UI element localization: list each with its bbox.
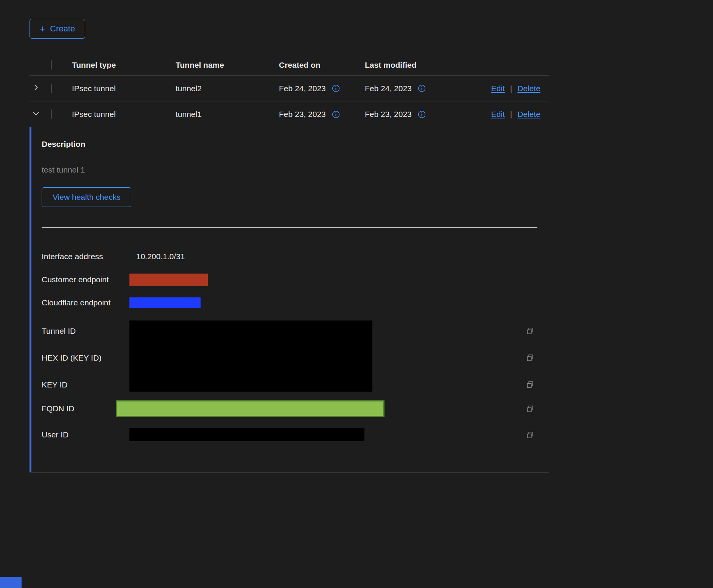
table-row: IPsec tunnel tunnel1 Feb 23, 2023 Feb 23… — [30, 101, 549, 127]
col-header-last-modified: Last modified — [365, 61, 549, 70]
copy-icon[interactable] — [526, 353, 534, 362]
last-modified-value: Feb 24, 2023 — [365, 84, 412, 93]
user-id-label: User ID — [42, 430, 129, 439]
user-id-redacted-value — [129, 428, 364, 441]
field-row-interface-address: Interface address 10.200.1.0/31 — [42, 248, 549, 265]
copy-icon[interactable] — [526, 431, 534, 439]
delete-link[interactable]: Delete — [517, 110, 540, 119]
chevron-down-icon — [32, 109, 40, 120]
fqdn-id-redacted-value — [116, 400, 385, 417]
expand-row-button[interactable] — [30, 83, 46, 93]
plus-icon: + — [40, 24, 45, 34]
field-row-user-id: User ID — [42, 426, 549, 443]
tunnel-name-value: tunnel1 — [176, 110, 279, 119]
cloudflare-endpoint-redacted-value — [129, 297, 201, 308]
table-header-row: Tunnel type Tunnel name Created on Last … — [30, 54, 549, 76]
field-group-ids: Tunnel ID HEX ID (KEY ID) KEY ID — [42, 317, 549, 398]
field-row-customer-endpoint: Customer endpoint — [42, 271, 549, 288]
key-id-label: KEY ID — [42, 380, 129, 389]
created-on-value: Feb 23, 2023 — [279, 110, 326, 119]
action-separator: | — [510, 110, 512, 119]
customer-endpoint-label: Customer endpoint — [42, 275, 129, 284]
select-all-checkbox[interactable] — [51, 60, 51, 70]
row-checkbox[interactable] — [51, 84, 51, 93]
collapse-row-button[interactable] — [30, 109, 46, 120]
field-row-fqdn-id: FQDN ID — [42, 400, 549, 417]
tunnel-detail-panel: Description test tunnel 1 View health ch… — [30, 127, 549, 473]
chevron-right-icon — [32, 83, 40, 93]
created-on-value: Feb 24, 2023 — [279, 84, 326, 93]
field-row-cloudflare-endpoint: Cloudflare endpoint — [42, 294, 549, 311]
ids-redacted-value — [129, 320, 372, 392]
tunnels-table: Tunnel type Tunnel name Created on Last … — [30, 54, 549, 473]
info-icon[interactable] — [418, 84, 426, 92]
delete-link[interactable]: Delete — [517, 84, 540, 93]
action-separator: | — [510, 84, 512, 93]
info-icon[interactable] — [418, 110, 426, 118]
edit-link[interactable]: Edit — [491, 84, 505, 93]
copy-icon[interactable] — [526, 404, 534, 413]
view-health-checks-button[interactable]: View health checks — [42, 187, 131, 207]
col-header-created-on: Created on — [279, 61, 365, 70]
customer-endpoint-redacted-value — [129, 274, 208, 286]
tunnel-id-label: Tunnel ID — [42, 327, 129, 336]
copy-icon[interactable] — [526, 327, 534, 335]
interface-address-value: 10.200.1.0/31 — [129, 252, 534, 261]
hex-id-label: HEX ID (KEY ID) — [42, 353, 129, 362]
create-button-label: Create — [50, 24, 75, 34]
page: + Create Tunnel type Tunnel name Created… — [0, 0, 713, 588]
interface-address-label: Interface address — [42, 252, 129, 261]
description-value: test tunnel 1 — [42, 165, 549, 174]
last-modified-value: Feb 23, 2023 — [365, 110, 412, 119]
create-button[interactable]: + Create — [30, 19, 85, 39]
tunnel-type-value: IPsec tunnel — [72, 84, 176, 93]
cloudflare-endpoint-label: Cloudflare endpoint — [42, 298, 129, 307]
tunnel-type-value: IPsec tunnel — [72, 110, 176, 119]
description-heading: Description — [42, 140, 549, 149]
col-header-tunnel-name: Tunnel name — [176, 61, 279, 70]
copy-icon[interactable] — [526, 380, 534, 389]
info-icon[interactable] — [332, 84, 340, 92]
bottom-left-accent-bar — [0, 577, 22, 588]
row-checkbox[interactable] — [51, 109, 51, 119]
tunnel-name-value: tunnel2 — [176, 84, 279, 93]
table-row: IPsec tunnel tunnel2 Feb 24, 2023 Feb 24… — [30, 76, 549, 101]
section-divider — [42, 227, 537, 228]
edit-link[interactable]: Edit — [491, 110, 505, 119]
info-icon[interactable] — [332, 110, 340, 118]
col-header-tunnel-type: Tunnel type — [72, 61, 176, 70]
